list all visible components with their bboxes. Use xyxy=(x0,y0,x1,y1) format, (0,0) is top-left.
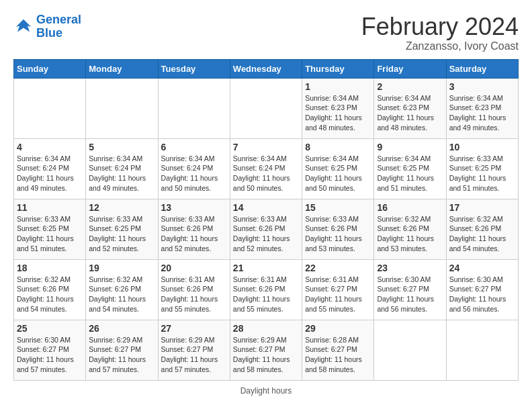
day-number: 17 xyxy=(449,202,515,213)
calendar-legend: Daylight hours xyxy=(13,386,519,396)
day-info: Sunrise: 6:30 AMSunset: 6:27 PMDaylight:… xyxy=(377,275,443,314)
day-info: Sunrise: 6:28 AMSunset: 6:27 PMDaylight:… xyxy=(305,335,371,375)
day-info: Sunrise: 6:32 AMSunset: 6:26 PMDaylight:… xyxy=(377,214,443,254)
day-number: 1 xyxy=(305,81,371,92)
day-number: 4 xyxy=(17,142,83,152)
day-number: 2 xyxy=(377,81,443,92)
calendar-cell: 26Sunrise: 6:29 AMSunset: 6:27 PMDayligh… xyxy=(86,320,158,380)
day-info: Sunrise: 6:31 AMSunset: 6:26 PMDaylight:… xyxy=(161,275,227,314)
day-number: 19 xyxy=(89,263,154,273)
calendar-week-4: 18Sunrise: 6:32 AMSunset: 6:26 PMDayligh… xyxy=(14,259,519,320)
calendar-week-5: 25Sunrise: 6:30 AMSunset: 6:27 PMDayligh… xyxy=(14,320,519,380)
day-info: Sunrise: 6:33 AMSunset: 6:26 PMDaylight:… xyxy=(305,214,371,254)
calendar-cell: 9Sunrise: 6:34 AMSunset: 6:25 PMDaylight… xyxy=(374,138,446,199)
calendar-cell: 20Sunrise: 6:31 AMSunset: 6:26 PMDayligh… xyxy=(158,259,230,320)
day-number: 10 xyxy=(449,142,515,152)
calendar-cell: 25Sunrise: 6:30 AMSunset: 6:27 PMDayligh… xyxy=(14,320,86,380)
day-number: 3 xyxy=(449,81,515,92)
day-number: 7 xyxy=(233,142,299,152)
day-info: Sunrise: 6:33 AMSunset: 6:25 PMDaylight:… xyxy=(89,214,154,254)
calendar-cell xyxy=(446,320,518,380)
day-number: 9 xyxy=(377,142,443,152)
calendar-week-1: 1Sunrise: 6:34 AMSunset: 6:23 PMDaylight… xyxy=(14,78,519,138)
calendar-cell: 3Sunrise: 6:34 AMSunset: 6:23 PMDaylight… xyxy=(446,78,518,138)
calendar-cell: 15Sunrise: 6:33 AMSunset: 6:26 PMDayligh… xyxy=(302,199,374,259)
calendar-cell xyxy=(230,78,302,138)
calendar-cell: 24Sunrise: 6:30 AMSunset: 6:27 PMDayligh… xyxy=(446,259,518,320)
day-number: 14 xyxy=(233,202,299,213)
calendar-header: SundayMondayTuesdayWednesdayThursdayFrid… xyxy=(14,59,519,78)
calendar-cell: 2Sunrise: 6:34 AMSunset: 6:23 PMDaylight… xyxy=(374,78,446,138)
day-number: 24 xyxy=(449,263,515,273)
weekday-header-wednesday: Wednesday xyxy=(230,59,302,78)
svg-marker-0 xyxy=(16,19,32,32)
calendar-cell: 1Sunrise: 6:34 AMSunset: 6:23 PMDaylight… xyxy=(302,78,374,138)
calendar-week-2: 4Sunrise: 6:34 AMSunset: 6:24 PMDaylight… xyxy=(14,138,519,199)
weekday-header-friday: Friday xyxy=(374,59,446,78)
day-number: 25 xyxy=(17,323,83,334)
day-info: Sunrise: 6:34 AMSunset: 6:25 PMDaylight:… xyxy=(305,154,371,193)
weekday-header-monday: Monday xyxy=(86,59,158,78)
day-number: 27 xyxy=(161,323,227,334)
day-number: 8 xyxy=(305,142,371,152)
calendar-cell: 11Sunrise: 6:33 AMSunset: 6:25 PMDayligh… xyxy=(14,199,86,259)
day-info: Sunrise: 6:31 AMSunset: 6:27 PMDaylight:… xyxy=(305,275,371,314)
day-info: Sunrise: 6:33 AMSunset: 6:26 PMDaylight:… xyxy=(233,214,299,254)
calendar-table: SundayMondayTuesdayWednesdayThursdayFrid… xyxy=(13,59,519,381)
day-info: Sunrise: 6:29 AMSunset: 6:27 PMDaylight:… xyxy=(161,335,227,375)
calendar-title: February 2024 xyxy=(361,13,519,40)
day-number: 12 xyxy=(89,202,154,213)
day-info: Sunrise: 6:30 AMSunset: 6:27 PMDaylight:… xyxy=(17,335,83,375)
calendar-cell: 21Sunrise: 6:31 AMSunset: 6:26 PMDayligh… xyxy=(230,259,302,320)
day-info: Sunrise: 6:31 AMSunset: 6:26 PMDaylight:… xyxy=(233,275,299,314)
weekday-header-sunday: Sunday xyxy=(14,59,86,78)
calendar-cell: 13Sunrise: 6:33 AMSunset: 6:26 PMDayligh… xyxy=(158,199,230,259)
day-info: Sunrise: 6:32 AMSunset: 6:26 PMDaylight:… xyxy=(89,275,154,314)
page-header: General Blue February 2024 Zanzansso, Iv… xyxy=(13,13,519,52)
day-info: Sunrise: 6:32 AMSunset: 6:26 PMDaylight:… xyxy=(449,214,515,254)
day-info: Sunrise: 6:30 AMSunset: 6:27 PMDaylight:… xyxy=(449,275,515,314)
calendar-week-3: 11Sunrise: 6:33 AMSunset: 6:25 PMDayligh… xyxy=(14,199,519,259)
calendar-cell: 8Sunrise: 6:34 AMSunset: 6:25 PMDaylight… xyxy=(302,138,374,199)
calendar-cell xyxy=(14,78,86,138)
day-info: Sunrise: 6:34 AMSunset: 6:25 PMDaylight:… xyxy=(377,154,443,193)
calendar-cell xyxy=(374,320,446,380)
day-number: 21 xyxy=(233,263,299,273)
day-number: 29 xyxy=(305,323,371,334)
day-info: Sunrise: 6:29 AMSunset: 6:27 PMDaylight:… xyxy=(89,335,154,375)
logo-text: General Blue xyxy=(36,13,81,40)
calendar-cell: 6Sunrise: 6:34 AMSunset: 6:24 PMDaylight… xyxy=(158,138,230,199)
logo-line1: General xyxy=(36,13,81,26)
calendar-cell: 28Sunrise: 6:29 AMSunset: 6:27 PMDayligh… xyxy=(230,320,302,380)
calendar-cell: 14Sunrise: 6:33 AMSunset: 6:26 PMDayligh… xyxy=(230,199,302,259)
calendar-cell: 16Sunrise: 6:32 AMSunset: 6:26 PMDayligh… xyxy=(374,199,446,259)
day-info: Sunrise: 6:33 AMSunset: 6:25 PMDaylight:… xyxy=(449,154,515,193)
day-info: Sunrise: 6:32 AMSunset: 6:26 PMDaylight:… xyxy=(17,275,83,314)
day-info: Sunrise: 6:34 AMSunset: 6:23 PMDaylight:… xyxy=(305,93,371,133)
calendar-cell: 22Sunrise: 6:31 AMSunset: 6:27 PMDayligh… xyxy=(302,259,374,320)
calendar-cell: 19Sunrise: 6:32 AMSunset: 6:26 PMDayligh… xyxy=(86,259,158,320)
calendar-cell: 4Sunrise: 6:34 AMSunset: 6:24 PMDaylight… xyxy=(14,138,86,199)
day-number: 23 xyxy=(377,263,443,273)
calendar-cell: 18Sunrise: 6:32 AMSunset: 6:26 PMDayligh… xyxy=(14,259,86,320)
day-number: 18 xyxy=(17,263,83,273)
day-number: 5 xyxy=(89,142,154,152)
logo-icon xyxy=(13,17,34,37)
day-info: Sunrise: 6:34 AMSunset: 6:23 PMDaylight:… xyxy=(449,93,515,133)
calendar-cell: 23Sunrise: 6:30 AMSunset: 6:27 PMDayligh… xyxy=(374,259,446,320)
calendar-cell: 5Sunrise: 6:34 AMSunset: 6:24 PMDaylight… xyxy=(86,138,158,199)
day-info: Sunrise: 6:34 AMSunset: 6:24 PMDaylight:… xyxy=(89,154,154,193)
day-number: 13 xyxy=(161,202,227,213)
day-info: Sunrise: 6:34 AMSunset: 6:24 PMDaylight:… xyxy=(17,154,83,193)
day-number: 22 xyxy=(305,263,371,273)
day-info: Sunrise: 6:29 AMSunset: 6:27 PMDaylight:… xyxy=(233,335,299,375)
logo-line2: Blue xyxy=(36,26,62,40)
logo: General Blue xyxy=(13,13,81,40)
day-info: Sunrise: 6:33 AMSunset: 6:25 PMDaylight:… xyxy=(17,214,83,254)
day-info: Sunrise: 6:34 AMSunset: 6:24 PMDaylight:… xyxy=(233,154,299,193)
title-block: February 2024 Zanzansso, Ivory Coast xyxy=(361,13,519,52)
calendar-cell xyxy=(158,78,230,138)
calendar-cell: 17Sunrise: 6:32 AMSunset: 6:26 PMDayligh… xyxy=(446,199,518,259)
calendar-cell: 27Sunrise: 6:29 AMSunset: 6:27 PMDayligh… xyxy=(158,320,230,380)
calendar-cell: 7Sunrise: 6:34 AMSunset: 6:24 PMDaylight… xyxy=(230,138,302,199)
